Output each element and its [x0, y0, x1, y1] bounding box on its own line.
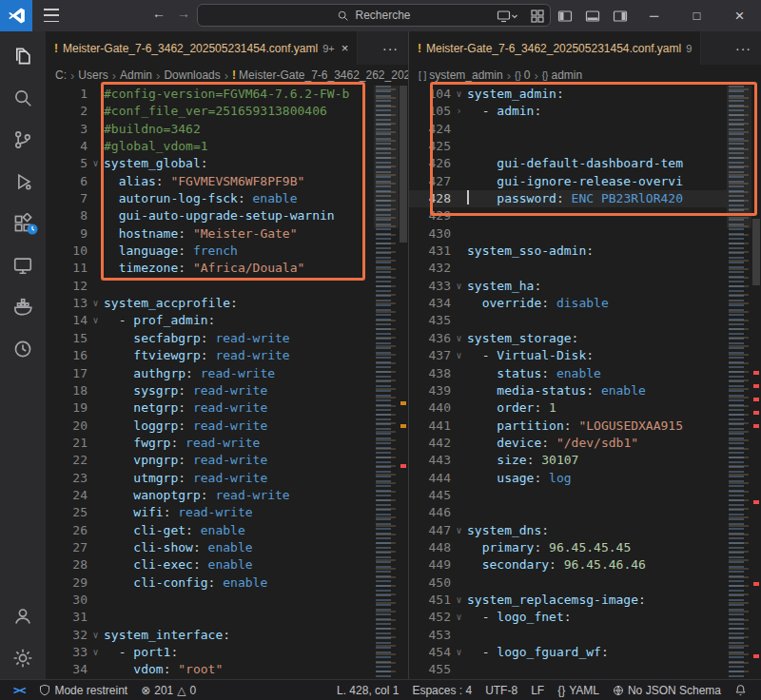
line-number[interactable]: 454 [409, 644, 451, 661]
maximize-button[interactable]: □ [675, 0, 718, 31]
notifications-bell-icon[interactable] [728, 680, 753, 700]
code-line[interactable]: 449 secondary: 96.45.46.46 [409, 556, 727, 574]
indentation-item[interactable]: Espaces : 4 [405, 680, 478, 700]
code-line[interactable]: 450 [409, 574, 727, 592]
line-number[interactable]: 28 [46, 556, 88, 574]
line-number[interactable]: 30 [46, 592, 88, 609]
fold-icon[interactable]: ∨ [451, 86, 467, 103]
code-line[interactable]: 454∨ - logo_fguard_wf: [409, 644, 727, 661]
line-number[interactable]: 426 [409, 155, 451, 172]
code-line[interactable]: 12 [46, 278, 374, 295]
line-number[interactable]: 25 [46, 504, 88, 521]
fold-icon[interactable]: ∨ [88, 644, 104, 661]
code-line[interactable]: 424 [409, 121, 727, 138]
code-line[interactable]: 1#config-version=FGVM64-7.6.2-FW-b [46, 86, 374, 103]
line-number[interactable]: 15 [46, 330, 88, 347]
fold-icon[interactable]: ∨ [451, 330, 467, 347]
line-number[interactable]: 442 [409, 435, 451, 452]
line-number[interactable]: 18 [46, 382, 88, 399]
line-number[interactable]: 24 [46, 487, 88, 504]
line-number[interactable]: 427 [409, 173, 451, 190]
line-number[interactable]: 105 [409, 103, 451, 120]
line-number[interactable]: 7 [46, 190, 88, 207]
code-line[interactable]: 30 [46, 592, 374, 609]
accounts-icon[interactable] [0, 595, 46, 637]
line-number[interactable]: 428 [409, 190, 451, 207]
code-line[interactable]: 3#buildno=3462 [46, 121, 374, 138]
toggle-secondary-sidebar-icon[interactable] [613, 9, 628, 24]
code-line[interactable]: 9 hostname: "Meister-Gate" [46, 225, 374, 243]
code-line[interactable]: 22 vpngrp: read-write [46, 452, 374, 469]
line-number[interactable]: 1 [46, 86, 88, 103]
minimap[interactable] [727, 86, 751, 679]
docker-icon[interactable] [0, 286, 46, 328]
line-number[interactable]: 31 [46, 609, 88, 626]
code-line[interactable]: 13∨system_accprofile: [46, 295, 374, 312]
code-line[interactable]: 428 password: ENC PB23RlOR420 [409, 190, 727, 207]
code-line[interactable]: 438 status: enable [409, 365, 727, 382]
line-number[interactable]: 448 [409, 539, 451, 556]
line-number[interactable]: 449 [409, 556, 451, 574]
code-line[interactable]: 429 [409, 207, 727, 224]
code-line[interactable]: 104∨system_admin: [409, 86, 727, 103]
scrollbar-thumb[interactable] [752, 219, 760, 285]
code-line[interactable]: 6 alias: "FGVMEVSM6WF8PF9B" [46, 173, 374, 190]
line-number[interactable]: 32 [46, 627, 88, 644]
code-area[interactable]: 1#config-version=FGVM64-7.6.2-FW-b2#conf… [46, 86, 374, 679]
line-number[interactable]: 424 [409, 121, 451, 138]
line-number[interactable]: 435 [409, 312, 451, 329]
fold-icon[interactable]: ∨ [451, 278, 467, 295]
code-line[interactable]: 436∨system_storage: [409, 330, 727, 347]
code-line[interactable]: 452∨ - logo_fnet: [409, 609, 727, 626]
breadcrumb-item[interactable]: Admin [120, 68, 152, 82]
line-number[interactable]: 443 [409, 452, 451, 469]
line-number[interactable]: 26 [46, 522, 88, 539]
fold-icon[interactable]: ∨ [451, 644, 467, 661]
close-tab-icon[interactable]: × [341, 41, 349, 55]
scrollbar[interactable] [399, 86, 408, 679]
line-number[interactable]: 425 [409, 138, 451, 155]
extensions-icon[interactable] [0, 203, 46, 244]
line-number[interactable]: 8 [46, 207, 88, 224]
code-line[interactable]: 7 autorun-log-fsck: enable [46, 190, 374, 207]
code-line[interactable]: 437∨ - Virtual-Disk: [409, 347, 727, 364]
code-line[interactable]: 20 loggrp: read-write [46, 418, 374, 435]
code-line[interactable]: 25 wifi: read-write [46, 504, 374, 521]
code-line[interactable]: 426 gui-default-dashboard-tem [409, 155, 727, 172]
minimize-button[interactable]: ─ [633, 0, 675, 31]
toggle-panel-icon[interactable] [585, 9, 600, 24]
line-number[interactable]: 440 [409, 399, 451, 417]
line-number[interactable]: 453 [409, 627, 451, 644]
breadcrumb-item[interactable]: Users [78, 68, 107, 82]
eol-item[interactable]: LF [524, 680, 551, 700]
code-line[interactable]: 434 override: disable [409, 295, 727, 312]
fold-icon[interactable]: ∨ [451, 609, 467, 626]
line-number[interactable]: 438 [409, 365, 451, 382]
code-line[interactable]: 5∨system_global: [46, 155, 374, 172]
editor-actions-icon[interactable]: ··· [726, 31, 761, 65]
breadcrumb-item[interactable]: {}0 [515, 68, 530, 82]
search-icon[interactable] [0, 77, 46, 119]
breadcrumb-item[interactable]: {}admin [542, 68, 582, 82]
fold-icon[interactable]: › [451, 103, 467, 120]
line-number[interactable]: 431 [409, 243, 451, 260]
editor-actions-icon[interactable]: ··· [373, 31, 408, 65]
line-number[interactable]: 434 [409, 295, 451, 312]
line-number[interactable]: 17 [46, 365, 88, 382]
remote-window-icon[interactable] [497, 9, 517, 24]
fold-icon[interactable]: ∨ [88, 155, 104, 172]
code-line[interactable]: 425 [409, 138, 727, 155]
line-number[interactable]: 451 [409, 592, 451, 609]
line-number[interactable]: 27 [46, 539, 88, 556]
line-number[interactable]: 436 [409, 330, 451, 347]
code-line[interactable]: 451∨system_replacemsg-image: [409, 592, 727, 609]
code-line[interactable]: 453 [409, 627, 727, 644]
code-line[interactable]: 444 usage: log [409, 470, 727, 487]
run-debug-icon[interactable] [0, 161, 46, 203]
code-line[interactable]: 26 cli-get: enable [46, 522, 374, 539]
code-line[interactable]: 32∨system_interface: [46, 627, 374, 644]
line-number[interactable]: 455 [409, 661, 451, 678]
line-number[interactable]: 13 [46, 295, 88, 312]
encoding-item[interactable]: UTF-8 [478, 680, 524, 700]
line-number[interactable]: 3 [46, 121, 88, 138]
